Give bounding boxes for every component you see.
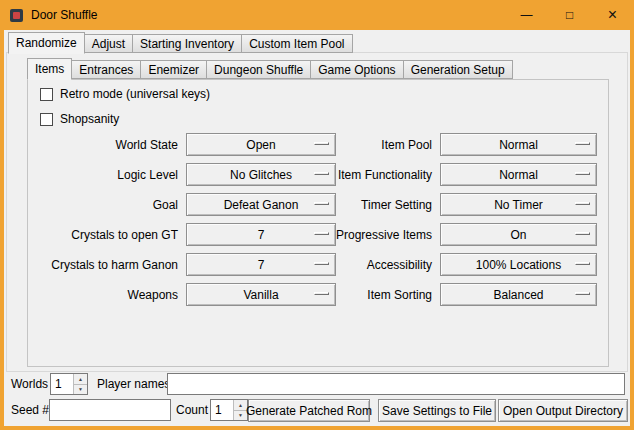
count-spinner-arrows: ▲ ▼ [233,400,247,420]
window-title: Door Shuffle [31,8,98,22]
shopsanity-checkbox[interactable] [40,113,53,126]
count-label: Count [176,399,208,421]
item-sorting-dropdown[interactable]: Balanced [440,283,597,306]
accessibility-label: Accessibility [280,254,432,276]
dropdown-value: 7 [258,258,265,272]
seed-input[interactable] [49,399,171,421]
shopsanity-checkbox-row[interactable]: Shopsanity [40,111,119,127]
retro-mode-checkbox[interactable] [40,88,53,101]
dropdown-value: Balanced [493,288,543,302]
accessibility-dropdown[interactable]: 100% Locations [440,253,597,276]
worlds-spinner-arrows: ▲ ▼ [73,374,87,394]
shopsanity-label: Shopsanity [60,112,119,126]
retro-mode-checkbox-row[interactable]: Retro mode (universal keys) [40,86,210,102]
weapons-label: Weapons [28,284,178,306]
world-state-label: World State [28,134,178,156]
progressive-items-label: Progressive Items [280,224,432,246]
worlds-label: Worlds [11,373,48,395]
tab-enemizer[interactable]: Enemizer [140,60,207,79]
dropdown-indicator-icon [575,292,590,295]
goal-label: Goal [28,194,178,216]
count-spinner[interactable]: ▲ ▼ [210,399,248,421]
item-functionality-label: Item Functionality [280,164,432,186]
generate-patched-rom-button[interactable]: Generate Patched Rom [248,399,370,422]
tab-starting-inventory[interactable]: Starting Inventory [132,34,242,53]
tab-items[interactable]: Items [27,58,72,80]
count-input[interactable] [211,400,233,420]
tab-dungeon-shuffle[interactable]: Dungeon Shuffle [206,60,311,79]
window-controls: — □ × [505,0,634,30]
dropdown-value: Normal [499,168,538,182]
crystals-harm-ganon-label: Crystals to harm Ganon [28,254,178,276]
item-pool-label: Item Pool [280,134,432,156]
tab-entrances[interactable]: Entrances [71,60,141,79]
tab-generation-setup[interactable]: Generation Setup [403,60,513,79]
tab-randomize[interactable]: Randomize [8,32,85,54]
crystals-open-gt-label: Crystals to open GT [28,224,178,246]
dropdown-value: Vanilla [243,288,278,302]
timer-setting-label: Timer Setting [280,194,432,216]
dropdown-indicator-icon [575,262,590,265]
player-names-label: Player names [97,373,170,395]
tab-custom-item-pool[interactable]: Custom Item Pool [241,34,352,53]
main-tab-bar: Randomize Adjust Starting Inventory Cust… [8,32,352,53]
dropdown-value: 7 [258,228,265,242]
tab-adjust[interactable]: Adjust [84,34,133,53]
dropdown-value: Open [246,138,275,152]
open-output-directory-button[interactable]: Open Output Directory [498,399,628,422]
retro-mode-label: Retro mode (universal keys) [60,87,210,101]
worlds-input[interactable] [51,374,73,394]
client-area: Randomize Adjust Starting Inventory Cust… [4,30,630,426]
logic-level-label: Logic Level [28,164,178,186]
seed-label: Seed # [11,399,49,421]
worlds-spinner[interactable]: ▲ ▼ [50,373,88,395]
timer-setting-dropdown[interactable]: No Timer [440,193,597,216]
dropdown-indicator-icon [575,172,590,175]
app-icon [10,9,23,22]
app-window: Door Shuffle — □ × Randomize Adjust Star… [0,0,634,430]
maximize-icon[interactable]: □ [548,0,591,30]
dropdown-value: Normal [499,138,538,152]
item-functionality-dropdown[interactable]: Normal [440,163,597,186]
randomize-sub-tab-bar: Items Entrances Enemizer Dungeon Shuffle… [27,58,512,79]
title-bar[interactable]: Door Shuffle — □ × [0,0,634,30]
dropdown-indicator-icon [575,202,590,205]
items-pane: Retro mode (universal keys) Shopsanity W… [27,79,609,367]
progressive-items-dropdown[interactable]: On [440,223,597,246]
save-settings-button[interactable]: Save Settings to File [378,399,496,422]
dropdown-indicator-icon [575,232,590,235]
item-pool-dropdown[interactable]: Normal [440,133,597,156]
dropdown-indicator-icon [575,142,590,145]
dropdown-value: On [510,228,526,242]
dropdown-value: 100% Locations [476,258,561,272]
close-icon[interactable]: × [591,0,634,30]
minimize-icon[interactable]: — [505,0,548,30]
randomize-pane: Items Entrances Enemizer Dungeon Shuffle… [6,52,628,372]
player-names-input[interactable] [167,373,625,395]
item-sorting-label: Item Sorting [280,284,432,306]
spin-up-icon[interactable]: ▲ [74,374,87,384]
tab-game-options[interactable]: Game Options [310,60,403,79]
dropdown-value: No Timer [494,198,543,212]
spin-down-icon[interactable]: ▼ [74,384,87,395]
